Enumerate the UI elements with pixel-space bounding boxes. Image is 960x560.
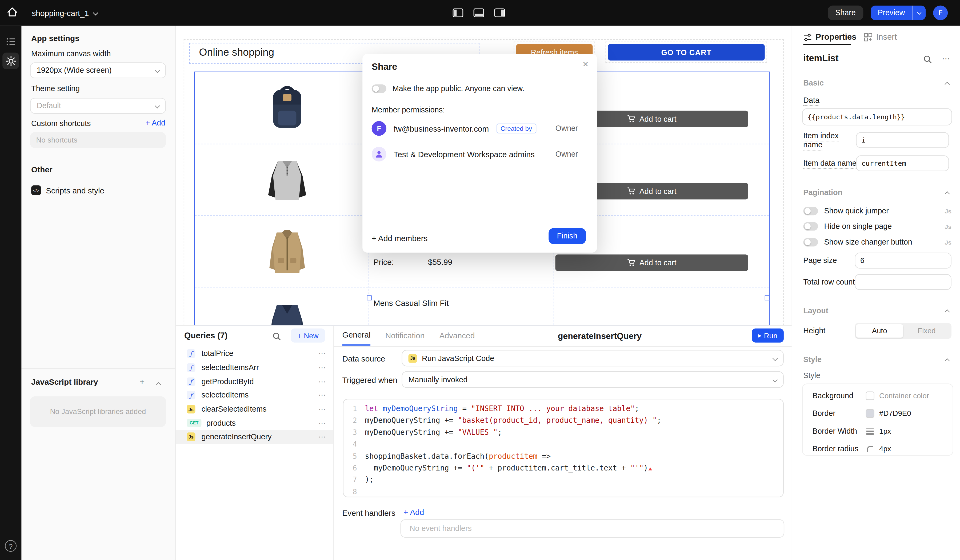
triggered-when-select[interactable]: Manually invoked — [402, 372, 784, 388]
query-item-selected[interactable]: Js generateInsertQuery ⋯ — [176, 430, 333, 444]
code-line[interactable]: 3myDemoQueryString += "VALUES "; — [344, 427, 783, 439]
add-shortcut-button[interactable]: + Add — [146, 118, 165, 127]
js-hint-icon[interactable]: Js — [944, 223, 952, 230]
search-props-button[interactable] — [922, 54, 933, 65]
item-index-name-input[interactable] — [856, 132, 949, 148]
member-name: Test & Development Workspace admins — [394, 150, 535, 158]
style-row-border-width[interactable]: Border Width 1px — [803, 424, 953, 438]
code-line[interactable]: 2myDemoQueryString += "basket(product_id… — [344, 415, 783, 427]
js-hint-icon[interactable]: Js — [944, 239, 952, 246]
code-icon: </> — [31, 185, 41, 195]
make-public-toggle[interactable] — [372, 85, 386, 93]
query-item[interactable]: ƒ selectedItems ⋯ — [176, 388, 333, 402]
max-canvas-width-select[interactable]: 1920px (Wide screen) — [30, 62, 166, 78]
js-hint-icon[interactable]: Js — [944, 207, 952, 214]
item-data-name-input[interactable] — [856, 155, 949, 171]
close-icon[interactable]: × — [583, 59, 588, 70]
code-editor[interactable]: 1let myDemoQueryString = "INSERT INTO ..… — [343, 399, 784, 498]
more-icon[interactable]: ⋯ — [318, 405, 326, 413]
query-search-button[interactable] — [271, 332, 282, 342]
height-auto-option[interactable]: Auto — [856, 324, 903, 338]
color-swatch[interactable] — [866, 391, 874, 400]
code-line[interactable]: 4 — [344, 439, 783, 451]
app-name-menu[interactable]: shopping-cart_1 — [32, 0, 97, 26]
page-size-input[interactable] — [855, 252, 952, 268]
add-to-cart-button[interactable]: Add to cart — [555, 254, 748, 271]
more-icon[interactable]: ⋯ — [318, 349, 326, 358]
toggle-left-panel-button[interactable] — [451, 6, 466, 20]
tab-properties[interactable]: Properties — [803, 32, 856, 41]
product-row[interactable]: Mens Casual Slim Fit — [195, 287, 769, 325]
style-row-background[interactable]: Background Container color — [803, 389, 953, 402]
code-line[interactable]: 7); — [344, 474, 783, 486]
component-tree-button[interactable] — [5, 35, 17, 48]
code-line[interactable]: 1let myDemoQueryString = "INSERT INTO ..… — [344, 403, 783, 415]
max-canvas-width-value: 1920px (Wide screen) — [37, 66, 112, 75]
home-button[interactable] — [4, 4, 21, 21]
query-item[interactable]: ƒ totalPrice ⋯ — [176, 347, 333, 361]
style-row-border-radius[interactable]: Border radius 4px — [803, 442, 953, 456]
code-line[interactable]: 5shoppingBasket.data.forEach(productitem… — [344, 450, 783, 463]
event-handlers-empty: No event handlers — [400, 519, 784, 538]
member-role[interactable]: Owner — [555, 150, 588, 158]
resize-handle-left[interactable] — [366, 295, 371, 300]
toggle-row: Show size changer button Js — [803, 238, 952, 247]
collapse-layout-button[interactable] — [943, 308, 952, 316]
help-button[interactable]: ? — [5, 540, 16, 552]
more-icon[interactable]: ⋯ — [318, 419, 326, 427]
collapse-style-button[interactable] — [943, 357, 952, 365]
more-icon[interactable]: ⋯ — [318, 432, 326, 441]
collapse-pagination-button[interactable] — [943, 190, 952, 198]
scripts-and-style-item[interactable]: </> Scripts and style — [31, 185, 104, 195]
color-swatch[interactable] — [866, 409, 874, 418]
query-item[interactable]: Js clearSelectedItems ⋯ — [176, 402, 333, 416]
theme-setting-label: Theme setting — [31, 85, 80, 93]
tab-general[interactable]: General — [342, 330, 370, 346]
query-item[interactable]: GET products ⋯ — [176, 416, 333, 430]
more-icon[interactable]: ⋯ — [318, 377, 326, 386]
theme-setting-select[interactable]: Default — [30, 98, 166, 114]
data-source-select[interactable]: Js Run JavaScript Code — [402, 350, 784, 366]
add-members-button[interactable]: + Add members — [372, 234, 428, 243]
public-toggle-label: Make the app public. Anyone can view. — [392, 85, 525, 93]
group-avatar — [372, 147, 386, 161]
height-fixed-option[interactable]: Fixed — [903, 324, 950, 338]
tab-notification[interactable]: Notification — [385, 330, 425, 346]
code-line[interactable]: 8 — [344, 486, 783, 498]
resize-handle-right[interactable] — [765, 295, 770, 300]
javascript-icon: Js — [408, 354, 417, 362]
add-event-handler-button[interactable]: + Add — [403, 508, 424, 517]
query-title: generateInsertQuery — [558, 331, 642, 341]
tab-insert[interactable]: Insert — [864, 32, 897, 41]
hide-on-single-page-toggle[interactable] — [803, 222, 818, 230]
go-to-cart-button[interactable]: GO TO CART — [608, 44, 765, 61]
member-role[interactable]: Owner — [555, 124, 588, 133]
left-rail: ? — [0, 26, 21, 560]
share-button[interactable]: Share — [828, 6, 863, 20]
preview-dropdown-button[interactable] — [912, 6, 926, 20]
code-line[interactable]: 6 myDemoQueryString += "('" + productite… — [344, 463, 783, 474]
total-row-count-input[interactable] — [855, 274, 952, 290]
left-panel-icon — [452, 6, 464, 19]
app-settings-button[interactable] — [5, 55, 17, 67]
query-item[interactable]: ƒ getProductById ⋯ — [176, 375, 333, 388]
preview-button[interactable]: Preview — [870, 6, 912, 20]
more-icon[interactable]: ⋯ — [941, 53, 952, 64]
add-js-library-button[interactable]: + — [139, 377, 144, 386]
finish-button[interactable]: Finish — [548, 228, 586, 244]
style-row-border[interactable]: Border #D7D9E0 — [803, 407, 953, 420]
collapse-js-library-button[interactable] — [157, 380, 160, 388]
toggle-bottom-panel-button[interactable] — [472, 6, 486, 20]
data-input[interactable] — [802, 108, 952, 125]
new-query-button[interactable]: + New — [291, 329, 325, 343]
more-icon[interactable]: ⋯ — [318, 364, 326, 372]
more-icon[interactable]: ⋯ — [318, 391, 326, 400]
query-item[interactable]: ƒ selectedItemsArr ⋯ — [176, 361, 333, 375]
run-query-button[interactable]: ▶ Run — [752, 329, 784, 343]
show-quick-jumper-toggle[interactable] — [803, 207, 818, 215]
show-size-changer-toggle[interactable] — [803, 238, 818, 246]
toggle-right-panel-button[interactable] — [492, 6, 507, 20]
tab-advanced[interactable]: Advanced — [440, 330, 475, 346]
user-avatar[interactable]: F — [933, 6, 948, 20]
collapse-basic-button[interactable] — [943, 80, 952, 89]
